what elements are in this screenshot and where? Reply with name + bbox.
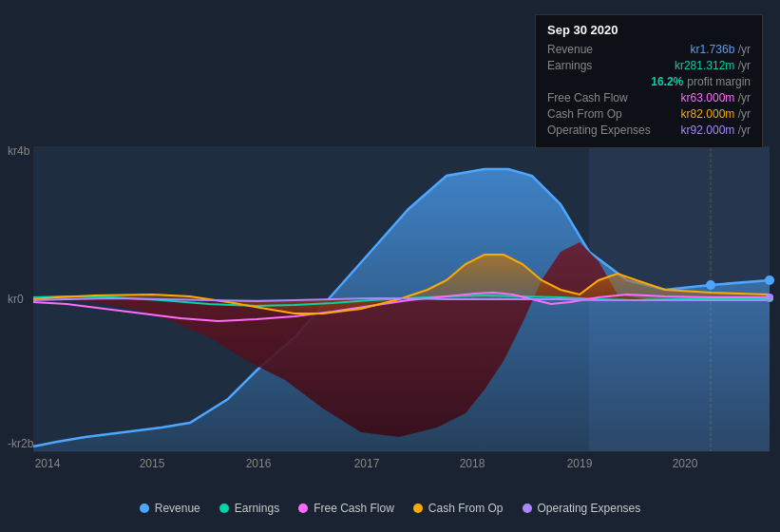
legend-opex-label: Operating Expenses <box>538 502 641 515</box>
y-label-bot: -kr2b <box>8 437 33 450</box>
legend-fcf-dot <box>298 504 308 513</box>
tooltip-earnings-label: Earnings <box>547 59 592 72</box>
legend-cashop-dot <box>413 504 423 513</box>
legend-revenue[interactable]: Revenue <box>140 502 200 515</box>
y-label-top: kr4b <box>8 144 29 158</box>
legend-cashop[interactable]: Cash From Op <box>413 502 504 515</box>
revenue-end-dot <box>765 276 774 285</box>
legend-fcf[interactable]: Free Cash Flow <box>298 502 394 515</box>
legend-revenue-label: Revenue <box>155 502 200 515</box>
legend-fcf-label: Free Cash Flow <box>314 502 394 515</box>
tooltip-panel: Sep 30 2020 Revenue kr1.736b /yr Earning… <box>535 14 763 148</box>
op-expenses-end-dot <box>766 294 773 301</box>
legend-revenue-dot <box>140 504 149 513</box>
legend-earnings-label: Earnings <box>235 502 279 515</box>
tooltip-cashop-row: Cash From Op kr82.000m /yr <box>547 107 751 121</box>
x-label-2016: 2016 <box>246 457 272 470</box>
tooltip-profit-pct: 16.2% <box>651 75 683 88</box>
revenue-dot <box>706 280 715 290</box>
tooltip-opex-row: Operating Expenses kr92.000m /yr <box>547 124 751 137</box>
x-label-2015: 2015 <box>140 457 165 470</box>
tooltip-fcf-value: kr63.000m /yr <box>674 91 751 104</box>
x-label-2018: 2018 <box>460 457 485 470</box>
tooltip-cashop-label: Cash From Op <box>547 107 622 121</box>
tooltip-fcf-label: Free Cash Flow <box>547 91 628 104</box>
legend-earnings-dot <box>219 504 229 513</box>
x-label-2014: 2014 <box>35 457 61 470</box>
legend-opex-dot <box>523 504 532 513</box>
tooltip-revenue-value: kr1.736b /yr <box>683 43 751 56</box>
tooltip-earnings-row: Earnings kr281.312m /yr <box>547 59 751 72</box>
legend-earnings[interactable]: Earnings <box>219 502 279 515</box>
tooltip-fcf-row: Free Cash Flow kr63.000m /yr <box>547 91 751 104</box>
chart-legend: Revenue Earnings Free Cash Flow Cash Fro… <box>0 502 780 515</box>
x-label-2019: 2019 <box>567 457 593 470</box>
y-label-mid: kr0 <box>8 293 24 306</box>
tooltip-profit-label: profit margin <box>687 75 751 88</box>
tooltip-profit-margin-row: 16.2% profit margin <box>547 75 751 88</box>
tooltip-cashop-value: kr82.000m /yr <box>674 107 751 121</box>
tooltip-opex-value: kr92.000m /yr <box>674 124 751 137</box>
chart-container: kr4b kr0 -kr2b 2014 2015 2016 2017 2018 … <box>0 0 780 532</box>
tooltip-opex-label: Operating Expenses <box>547 124 651 137</box>
x-label-2020: 2020 <box>673 457 698 470</box>
x-label-2017: 2017 <box>354 457 380 470</box>
tooltip-revenue-label: Revenue <box>547 43 593 56</box>
tooltip-date: Sep 30 2020 <box>547 23 751 37</box>
tooltip-earnings-value: kr281.312m /yr <box>667 59 751 72</box>
legend-opex[interactable]: Operating Expenses <box>523 502 641 515</box>
legend-cashop-label: Cash From Op <box>428 502 504 515</box>
tooltip-revenue-row: Revenue kr1.736b /yr <box>547 43 751 56</box>
